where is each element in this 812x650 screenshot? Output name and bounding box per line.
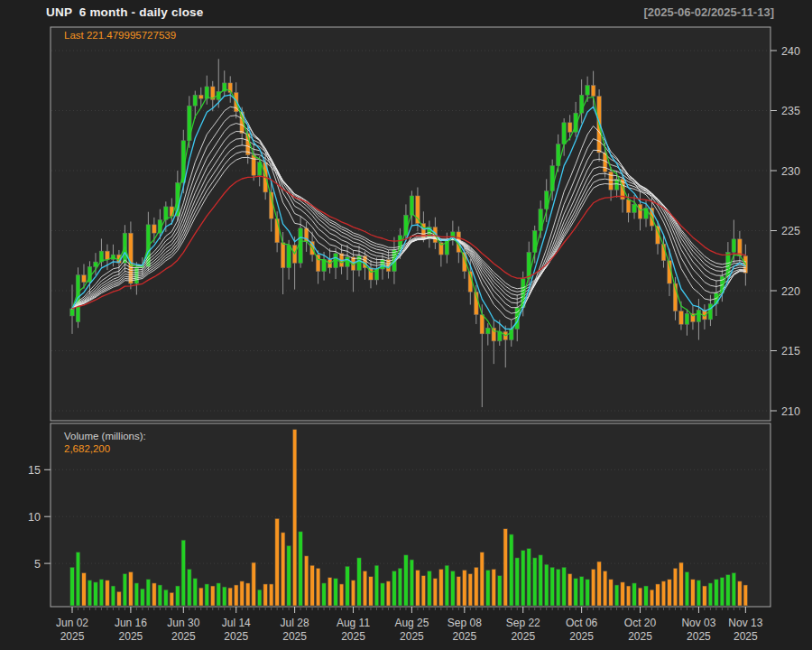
- svg-text:Aug 11: Aug 11: [337, 617, 370, 629]
- svg-text:Jun 16: Jun 16: [115, 617, 147, 629]
- svg-text:15: 15: [28, 464, 41, 477]
- volume-title: Volume (millions):: [64, 431, 146, 441]
- svg-text:210: 210: [781, 405, 800, 418]
- svg-text:2025: 2025: [734, 630, 758, 643]
- svg-text:2025: 2025: [341, 630, 365, 643]
- svg-text:2025: 2025: [400, 630, 424, 643]
- svg-text:2025: 2025: [687, 630, 711, 643]
- svg-text:2025: 2025: [119, 630, 143, 643]
- svg-text:Jun 02: Jun 02: [56, 617, 88, 629]
- svg-text:2025: 2025: [224, 630, 248, 643]
- chart-window: UNP 6 month - daily close [2025-06-02/20…: [0, 0, 812, 650]
- svg-text:Oct 20: Oct 20: [624, 617, 657, 629]
- svg-text:Jul 28: Jul 28: [281, 617, 309, 629]
- chart-canvas: 21021522022523023524051015Jun 022025Jun …: [0, 0, 812, 650]
- svg-text:2025: 2025: [569, 630, 594, 643]
- svg-text:Oct 06: Oct 06: [566, 617, 598, 629]
- svg-text:225: 225: [781, 225, 800, 237]
- svg-text:2025: 2025: [60, 630, 85, 643]
- svg-text:2025: 2025: [171, 630, 196, 643]
- svg-text:2025: 2025: [452, 630, 476, 643]
- svg-text:215: 215: [781, 345, 800, 358]
- svg-text:2025: 2025: [282, 630, 307, 643]
- svg-text:235: 235: [781, 105, 800, 117]
- svg-text:230: 230: [781, 165, 800, 178]
- svg-text:Jul 14: Jul 14: [222, 617, 251, 629]
- svg-text:220: 220: [781, 285, 800, 298]
- svg-text:Nov 13: Nov 13: [728, 617, 762, 629]
- svg-text:2025: 2025: [628, 630, 652, 643]
- volume-value: 2,682,200: [64, 443, 110, 454]
- svg-text:2025: 2025: [511, 630, 535, 643]
- svg-text:10: 10: [28, 511, 41, 524]
- svg-text:Jun 30: Jun 30: [167, 617, 199, 629]
- svg-text:Sep 22: Sep 22: [506, 617, 540, 629]
- svg-text:Nov 03: Nov 03: [681, 617, 715, 629]
- svg-text:Aug 25: Aug 25: [394, 617, 429, 629]
- svg-text:5: 5: [34, 558, 41, 571]
- svg-text:240: 240: [781, 45, 800, 58]
- svg-text:Sep 08: Sep 08: [448, 617, 482, 629]
- last-price-label: Last 221.479995727539: [64, 30, 176, 41]
